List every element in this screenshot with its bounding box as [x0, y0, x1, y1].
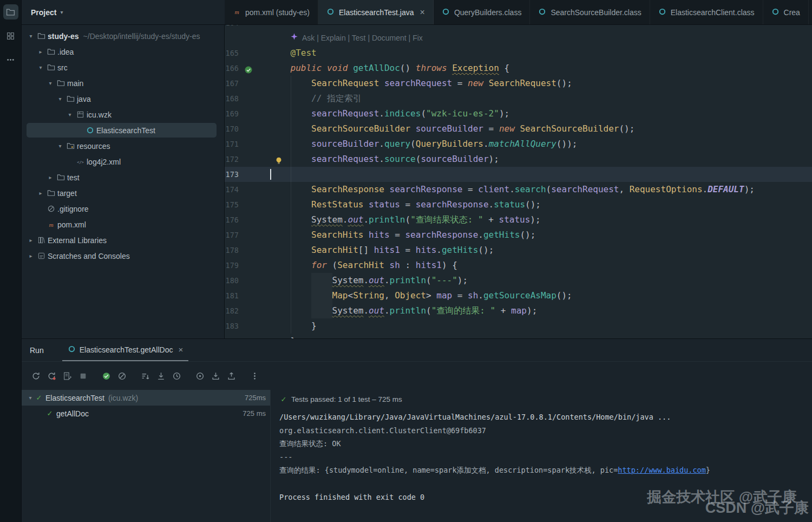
chevron-right-icon[interactable]: ▸: [45, 174, 55, 180]
tree-item-test[interactable]: ▸test: [22, 169, 224, 185]
tree-item-gitignore[interactable]: .gitignore: [22, 201, 224, 217]
code-line-178[interactable]: 178 SearchHit[] hits1 = hits.getHits();: [225, 243, 812, 258]
intention-bulb-icon[interactable]: [274, 155, 283, 164]
chevron-down-icon[interactable]: ▾: [55, 96, 65, 102]
code-line-171[interactable]: 171 sourceBuilder.query(QueryBuilders.ma…: [225, 136, 812, 152]
show-passed-icon[interactable]: [101, 370, 112, 381]
editor-tab-searchsourcebuilder-class[interactable]: SearchSourceBuilder.class: [530, 0, 650, 24]
ai-actions[interactable]: Ask | Explain | Test | Document | Fix: [270, 30, 423, 45]
code-text: SearchResponse searchResponse = client.s…: [270, 182, 755, 197]
tree-item-log4j2-xml[interactable]: </>log4j2.xml: [22, 154, 224, 169]
code-line-174[interactable]: 174 SearchResponse searchResponse = clie…: [225, 182, 812, 197]
line-number: 180: [225, 273, 239, 288]
tree-item-study-es[interactable]: ▾study-es~/Desktop/intellij/study-es/stu…: [22, 28, 224, 44]
chevron-down-icon[interactable]: ▾: [36, 64, 45, 70]
close-icon[interactable]: ×: [178, 345, 183, 354]
chevron-down-icon[interactable]: ▾: [65, 112, 75, 118]
gutter: 168: [225, 91, 270, 106]
show-ignored-icon[interactable]: [116, 370, 127, 381]
tree-item-scratches-and-consoles[interactable]: ▸Scratches and Consoles: [22, 248, 224, 264]
more-tool-windows-button[interactable]: [3, 52, 18, 67]
editor-tab-querybuilders-class[interactable]: QueryBuilders.class: [434, 0, 531, 24]
editor-tab-elasticsearchclient-class[interactable]: ElasticsearchClient.class: [650, 0, 763, 24]
project-panel-header[interactable]: Project ▾: [22, 0, 225, 24]
tree-item-pom-xml[interactable]: mpom.xml: [22, 217, 224, 232]
code-line-168[interactable]: 168 // 指定索引: [225, 91, 812, 106]
code-line-167[interactable]: 167 SearchRequest searchRequest = new Se…: [225, 76, 812, 91]
chevron-right-icon[interactable]: ▸: [26, 237, 36, 243]
chevron-down-icon[interactable]: ▾: [26, 395, 35, 401]
screenshot-icon[interactable]: [194, 370, 205, 381]
sort-by-duration-icon[interactable]: [140, 370, 150, 381]
stop-icon[interactable]: [77, 370, 88, 381]
project-view-button[interactable]: [3, 4, 18, 19]
code-line-165[interactable]: 165 @Test: [225, 45, 812, 61]
edit-run-configuration-icon[interactable]: [62, 370, 73, 381]
tree-item-java[interactable]: ▾java: [22, 91, 224, 107]
test-duration: 725ms: [245, 394, 266, 402]
code-line-164[interactable]: 164: [225, 25, 812, 30]
more-options-icon[interactable]: [249, 370, 260, 381]
tree-item-external-libraries[interactable]: ▸External Libraries: [22, 232, 224, 248]
tree-item-icu-wzk[interactable]: ▾icu.wzk: [22, 107, 224, 122]
ai-sparkle-icon: [290, 30, 298, 45]
expand-all-icon[interactable]: [155, 370, 166, 381]
run-test-passed-icon[interactable]: [244, 64, 253, 73]
chevron-down-icon[interactable]: ▾: [55, 143, 65, 149]
console-line: 查询结果状态: OK: [279, 437, 812, 451]
gutter: 172: [225, 152, 270, 167]
code-line-182[interactable]: 182 System.out.println("查询的结果: " + map);: [225, 303, 812, 318]
code-line-175[interactable]: 175 RestStatus status = searchResponse.s…: [225, 197, 812, 212]
rerun-failed-tests-icon[interactable]: [46, 370, 57, 381]
editor-tab-pom-xml-study-es[interactable]: mpom.xml (study-es): [225, 0, 318, 24]
tree-item-src[interactable]: ▾src: [22, 60, 224, 75]
line-number: 179: [225, 258, 239, 273]
gutter: 175: [225, 197, 270, 212]
code-text: @Test: [270, 45, 317, 61]
code-line-176[interactable]: 176 System.out.println("查询结果状态: " + stat…: [225, 212, 812, 227]
code-line-169[interactable]: 169 searchRequest.indices("wzk-icu-es-2"…: [225, 106, 812, 121]
export-test-results-icon[interactable]: [226, 370, 237, 381]
code-line-181[interactable]: 181 Map<String, Object> map = sh.getSour…: [225, 288, 812, 303]
tree-item-main[interactable]: ▾main: [22, 75, 224, 91]
test-package: (icu.wzk): [108, 394, 138, 402]
close-icon[interactable]: ×: [420, 8, 425, 17]
editor-tab-crea[interactable]: Crea: [763, 0, 809, 24]
code-line-184[interactable]: 184 }: [225, 334, 812, 338]
code-line-170[interactable]: 170 SearchSourceBuilder sourceBuilder = …: [225, 121, 812, 136]
test-tree-item-getalldoc[interactable]: ✓getAllDoc725 ms: [22, 406, 270, 421]
code-line-180[interactable]: 180 System.out.println("---");: [225, 273, 812, 288]
code-editor[interactable]: 164Ask | Explain | Test | Document | Fix…: [225, 25, 812, 338]
import-test-results-icon[interactable]: [210, 370, 221, 381]
rerun-tests-icon[interactable]: [30, 370, 41, 381]
code-line-166[interactable]: 166 public void getAllDoc() throws Excep…: [225, 61, 812, 76]
run-tab-elasticsearchtest-getalldoc[interactable]: ElasticsearchTest.getAllDoc ×: [62, 339, 189, 361]
tree-item-resources[interactable]: ▾resources: [22, 138, 224, 154]
chevron-right-icon[interactable]: ▸: [26, 253, 36, 259]
chevron-right-icon[interactable]: ▸: [36, 49, 45, 55]
tree-item-elasticsearchtest[interactable]: ElasticsearchTest: [22, 122, 224, 138]
ai-actions-line[interactable]: Ask | Explain | Test | Document | Fix: [225, 30, 812, 45]
test-history-icon[interactable]: [171, 370, 182, 381]
tree-item-path: ~/Desktop/intellij/study-es/study-es: [83, 32, 200, 41]
activity-bar: [0, 0, 22, 522]
code-line-172[interactable]: 172 searchRequest.source(sourceBuilder);: [225, 152, 812, 167]
console-link[interactable]: http://www.baidu.com: [618, 466, 706, 474]
ai-actions-text[interactable]: Ask | Explain | Test | Document | Fix: [302, 30, 423, 45]
chevron-down-icon[interactable]: ▾: [26, 33, 36, 39]
tree-item-label: study-es: [48, 32, 79, 41]
tree-item-target[interactable]: ▸target: [22, 185, 224, 201]
code-line-179[interactable]: 179 for (SearchHit sh : hits1) {: [225, 258, 812, 273]
chevron-down-icon[interactable]: ▾: [45, 80, 55, 86]
code-line-183[interactable]: 183 }: [225, 318, 812, 334]
code-line-173[interactable]: 173: [225, 167, 812, 182]
tree-item-label: pom.xml: [57, 220, 86, 229]
test-tree-item-elasticsearchtest[interactable]: ▾✓ElasticsearchTest(icu.wzk)725ms: [22, 390, 270, 406]
editor-tab-elasticsearchtest-java[interactable]: ElasticsearchTest.java×: [318, 0, 434, 24]
folder-icon: [45, 189, 56, 197]
structure-view-button[interactable]: [3, 28, 18, 43]
tree-item-idea[interactable]: ▸.idea: [22, 44, 224, 60]
chevron-right-icon[interactable]: ▸: [36, 190, 45, 196]
code-text: SearchSourceBuilder sourceBuilder = new …: [270, 121, 634, 136]
code-line-177[interactable]: 177 SearchHits hits = searchResponse.get…: [225, 227, 812, 243]
